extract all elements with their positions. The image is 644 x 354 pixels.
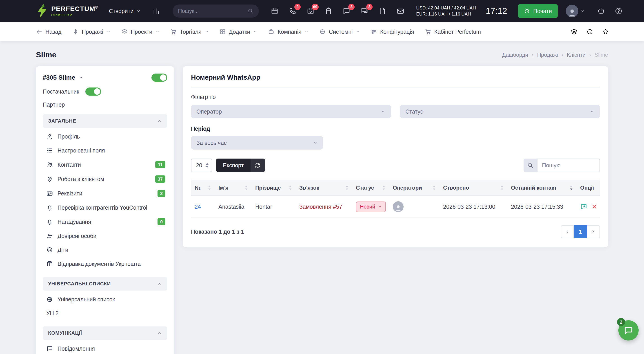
col-options: Опції xyxy=(576,180,600,196)
supplier-toggle[interactable] xyxy=(86,88,101,96)
sidebar-item-universal-list[interactable]: Універсальний список xyxy=(43,292,167,306)
sort-icon xyxy=(432,185,436,190)
start-button[interactable]: Почати xyxy=(518,4,558,18)
delete-icon[interactable] xyxy=(592,204,597,210)
nav-trade[interactable]: Торгівля xyxy=(170,29,209,35)
col-last-name[interactable]: Прізвище xyxy=(252,180,296,196)
client-selector[interactable]: #305 Slime xyxy=(43,74,83,81)
phone-icon[interactable]: 2 xyxy=(288,7,296,15)
col-first-name[interactable]: Ім’я xyxy=(215,180,252,196)
avatar xyxy=(566,5,578,17)
sidebar-item-custom-fields[interactable]: Настроювані поля xyxy=(43,144,167,157)
col-created[interactable]: Створено xyxy=(440,180,508,196)
create-button[interactable]: Створити xyxy=(109,8,141,15)
topbar-search-input[interactable] xyxy=(178,8,248,14)
table-search-input[interactable] xyxy=(537,159,600,172)
sort-icon xyxy=(500,185,504,190)
sidebar-item-un2[interactable]: УН 2 xyxy=(43,306,167,320)
sort-icon xyxy=(345,185,349,190)
stack-icon[interactable] xyxy=(571,28,578,35)
col-last-contact[interactable]: Останній контакт xyxy=(508,180,576,196)
layers-icon xyxy=(121,29,128,35)
client-active-toggle[interactable] xyxy=(152,74,167,82)
page-1-button[interactable]: 1 xyxy=(574,225,587,238)
nav-cabinet[interactable]: Кабінет Perfectum xyxy=(425,29,481,35)
chevron-down-icon xyxy=(253,30,257,34)
supplier-label: Постачальник xyxy=(43,88,79,95)
refresh-icon[interactable] xyxy=(250,159,265,172)
topbar-icons: 2 69 3 3 xyxy=(270,7,404,15)
chevron-down-icon xyxy=(304,30,308,34)
prev-page-button[interactable] xyxy=(561,225,574,238)
sort-icon xyxy=(244,185,248,190)
spinner-icon xyxy=(206,163,209,168)
chat-icon[interactable]: 3 xyxy=(342,7,350,15)
section-communications[interactable]: КОМУНІКАЦІЇ xyxy=(43,326,167,340)
col-relation[interactable]: Зв’язок xyxy=(296,180,352,196)
user-menu[interactable] xyxy=(566,5,585,17)
chat-bubble-icon xyxy=(624,325,634,335)
status-dropdown[interactable]: Новий xyxy=(356,201,386,212)
section-universal-lists[interactable]: УНІВЕРСАЛЬНІ СПИСКИ xyxy=(43,277,167,290)
breadcrumb-item[interactable]: Дашборди xyxy=(502,52,528,58)
star-icon[interactable] xyxy=(602,28,609,35)
table-row: 24 Anastasiia Hontar Замовлення #57 Нови… xyxy=(191,196,600,218)
pin-icon xyxy=(46,176,53,182)
nav-company[interactable]: Компанія xyxy=(268,29,308,35)
document-icon[interactable] xyxy=(378,7,386,15)
table-search-button[interactable] xyxy=(524,159,537,172)
sidebar-item-requisites[interactable]: Реквізити 2 xyxy=(43,186,167,201)
operator-select[interactable]: Оператор xyxy=(191,105,391,118)
export-button[interactable]: Експорт xyxy=(216,159,250,172)
cart-icon xyxy=(425,29,431,35)
sidebar-item-client-work[interactable]: Робота з клієнтом 37 xyxy=(43,172,167,186)
col-status[interactable]: Статус xyxy=(352,180,389,196)
open-chat-icon[interactable] xyxy=(580,203,587,210)
chevron-down-icon xyxy=(356,30,360,34)
person-check-icon xyxy=(46,233,53,239)
bar-chart-icon[interactable] xyxy=(152,7,160,15)
calendar-icon[interactable] xyxy=(270,7,279,15)
breadcrumb-item[interactable]: Продажі xyxy=(537,52,558,58)
relation-link[interactable]: Замовлення #57 xyxy=(299,204,342,210)
table-search-group xyxy=(524,159,600,172)
row-number-link[interactable]: 24 xyxy=(194,204,201,210)
help-icon[interactable] xyxy=(615,7,622,15)
nav-sales[interactable]: Продажі xyxy=(72,29,110,35)
status-select[interactable]: Статус xyxy=(400,105,600,118)
back-button[interactable]: Назад xyxy=(36,29,62,35)
sidebar-item-reminders[interactable]: Нагадування 0 xyxy=(43,215,167,229)
clipboard-icon[interactable] xyxy=(324,7,332,15)
sidebar-item-youcontrol[interactable]: Перевірка контрагентів YouControl xyxy=(43,201,167,215)
sidebar-item-profile[interactable]: Профіль xyxy=(43,130,167,144)
breadcrumb-item[interactable]: Клієнти xyxy=(567,52,586,58)
showing-summary: Показано 1 до 1 з 1 xyxy=(191,228,244,235)
section-general[interactable]: ЗАГАЛЬНЕ xyxy=(43,114,167,128)
bell-icon xyxy=(46,204,53,211)
col-num[interactable]: № xyxy=(191,180,215,196)
mail-icon[interactable] xyxy=(396,7,404,15)
next-page-button[interactable] xyxy=(587,225,600,238)
page-size-select[interactable]: 20 xyxy=(191,159,212,172)
history-icon[interactable] xyxy=(586,28,593,35)
forum-badge: 3 xyxy=(366,4,372,10)
sidebar-item-trusted-persons[interactable]: Довірені особи xyxy=(43,229,167,243)
nav-configuration[interactable]: Конфігурація xyxy=(371,29,414,35)
chat-widget-button[interactable]: 2 xyxy=(618,320,638,340)
power-icon[interactable] xyxy=(597,7,605,15)
panel-title: Номерний WhatsApp xyxy=(191,74,600,88)
nav-projects[interactable]: Проекти xyxy=(121,29,160,35)
sidebar-item-ukrposhta[interactable]: Відправка документів Укрпошта xyxy=(43,257,167,271)
brand-logo[interactable]: PERFECTUM® CRM+ERP xyxy=(36,4,98,18)
nav-system[interactable]: Системні xyxy=(319,29,360,35)
sidebar-item-children[interactable]: Діти xyxy=(43,243,167,257)
forum-icon[interactable]: 3 xyxy=(360,7,368,15)
nav-apps[interactable]: Додатки xyxy=(220,29,258,35)
tasks-calendar-icon[interactable]: 69 xyxy=(306,7,314,15)
period-select[interactable]: За весь час xyxy=(191,136,323,150)
col-operators[interactable]: Оператори xyxy=(389,180,440,196)
main-nav: Назад Продажі Проекти Торгівля Додатки К… xyxy=(0,22,644,41)
operator-avatar[interactable] xyxy=(393,201,404,212)
sidebar-item-messages[interactable]: Повідомлення xyxy=(43,342,167,354)
sidebar-item-contacts[interactable]: Контакти 11 xyxy=(43,157,167,172)
